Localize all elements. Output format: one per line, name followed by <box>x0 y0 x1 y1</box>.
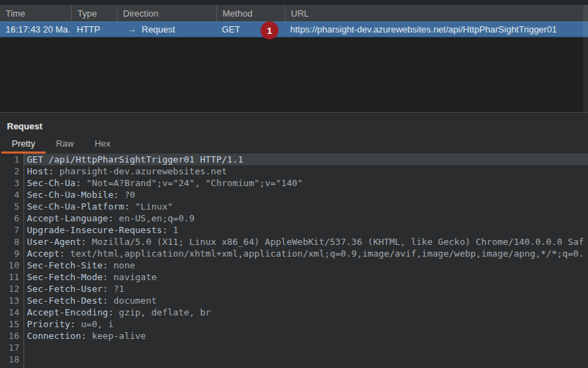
row-cell-type[interactable]: HTTP <box>71 22 117 37</box>
column-header-method[interactable]: Method <box>216 5 285 21</box>
code-line: 9Accept: text/html,application/xhtml+xml… <box>0 248 588 259</box>
line-number: 6 <box>0 212 19 224</box>
row-cell-url[interactable]: https://pharsight-dev.azurewebsites.net/… <box>285 22 588 37</box>
panel-title: Request <box>0 113 588 131</box>
column-header-time[interactable]: Time <box>0 5 71 21</box>
code-line: 8User-Agent: Mozilla/5.0 (X11; Linux x86… <box>0 236 588 248</box>
arrow-right-icon: → <box>127 24 136 35</box>
line-number: 3 <box>0 177 19 189</box>
line-number: 17 <box>0 342 19 353</box>
line-text <box>23 342 588 353</box>
line-text: Sec-Ch-Ua-Mobile: ?0 <box>23 189 588 201</box>
line-text: User-Agent: Mozilla/5.0 (X11; Linux x86_… <box>23 236 588 248</box>
code-line: 6Accept-Language: en-US,en;q=0.9 <box>0 212 588 224</box>
http-history-row[interactable]: 16:17:43 20 Ma... HTTP → Request GET htt… <box>0 21 588 37</box>
line-text: Accept-Encoding: gzip, deflate, br <box>23 306 588 318</box>
line-text <box>23 353 588 365</box>
direction-label: Request <box>142 24 175 35</box>
code-line: 12Sec-Fetch-User: ?1 <box>0 283 588 295</box>
line-number: 16 <box>0 330 19 342</box>
line-number: 7 <box>0 224 19 236</box>
code-line: 11Sec-Fetch-Mode: navigate <box>0 271 588 283</box>
line-text: Sec-Fetch-Site: none <box>23 259 588 271</box>
request-editor[interactable]: 1GET /api/HttpPharSightTrigger01 HTTP/1.… <box>0 154 588 368</box>
line-number: 13 <box>0 295 19 306</box>
code-line: 2Host: pharsight-dev.azurewebsites.net <box>0 165 588 177</box>
table-scrollbar[interactable] <box>583 5 588 112</box>
editor-tabs: Pretty Raw Hex <box>0 138 588 154</box>
line-text: Upgrade-Insecure-Requests: 1 <box>23 224 588 236</box>
code-line: 16Connection: keep-alive <box>0 330 588 342</box>
table-top-strip <box>0 0 588 5</box>
request-panel: Request Pretty Raw Hex 1GET /api/HttpPha… <box>0 113 588 368</box>
code-line: 3Sec-Ch-Ua: "Not=A?Brand";v="24", "Chrom… <box>0 177 588 189</box>
http-history-pane: Time Type Direction Method URL 16:17:43 … <box>0 0 588 112</box>
column-header-type[interactable]: Type <box>71 5 117 21</box>
line-text: Sec-Fetch-Mode: navigate <box>23 271 588 283</box>
line-text: Sec-Ch-Ua: "Not=A?Brand";v="24", "Chromi… <box>23 177 588 189</box>
row-cell-time[interactable]: 16:17:43 20 Ma... <box>0 22 71 37</box>
code-line: 14Accept-Encoding: gzip, deflate, br <box>0 306 588 318</box>
line-number: 10 <box>0 259 19 271</box>
line-number: 11 <box>0 271 19 283</box>
tab-raw[interactable]: Raw <box>46 138 84 154</box>
code-line: 17 <box>0 342 588 353</box>
column-header-direction[interactable]: Direction <box>117 5 216 21</box>
line-number: 2 <box>0 165 19 177</box>
annotation-number-badge[interactable]: 1 <box>260 21 278 39</box>
code-line: 7Upgrade-Insecure-Requests: 1 <box>0 224 588 236</box>
column-header-url[interactable]: URL <box>285 5 588 21</box>
tab-hex[interactable]: Hex <box>84 138 121 154</box>
line-number: 18 <box>0 353 19 365</box>
line-text: GET /api/HttpPharSightTrigger01 HTTP/1.1 <box>23 154 588 165</box>
tab-pretty[interactable]: Pretty <box>1 138 46 154</box>
code-line: 13Sec-Fetch-Dest: document <box>0 295 588 306</box>
code-line: 5Sec-Ch-Ua-Platform: "Linux" <box>0 201 588 212</box>
row-cell-direction[interactable]: → Request <box>117 22 216 37</box>
line-number: 4 <box>0 189 19 201</box>
line-number: 9 <box>0 248 19 259</box>
line-text: Sec-Ch-Ua-Platform: "Linux" <box>23 201 588 212</box>
line-text: Accept: text/html,application/xhtml+xml,… <box>23 248 588 259</box>
line-number: 15 <box>0 318 19 330</box>
code-line: 15Priority: u=0, i <box>0 318 588 330</box>
line-number: 12 <box>0 283 19 295</box>
line-number: 1 <box>0 154 19 165</box>
line-number: 5 <box>0 201 19 212</box>
line-text: Priority: u=0, i <box>23 318 588 330</box>
code-line: 4Sec-Ch-Ua-Mobile: ?0 <box>0 189 588 201</box>
line-number: 14 <box>0 306 19 318</box>
line-text: Sec-Fetch-Dest: document <box>23 295 588 306</box>
code-line: 1GET /api/HttpPharSightTrigger01 HTTP/1.… <box>0 154 588 165</box>
gutter-separator <box>23 154 24 368</box>
line-number: 8 <box>0 236 19 248</box>
table-header-row: Time Type Direction Method URL <box>0 5 588 21</box>
line-text: Connection: keep-alive <box>23 330 588 342</box>
line-text: Host: pharsight-dev.azurewebsites.net <box>23 165 588 177</box>
code-line: 18 <box>0 353 588 365</box>
code-line: 10Sec-Fetch-Site: none <box>0 259 588 271</box>
line-text: Sec-Fetch-User: ?1 <box>23 283 588 295</box>
line-text: Accept-Language: en-US,en;q=0.9 <box>23 212 588 224</box>
